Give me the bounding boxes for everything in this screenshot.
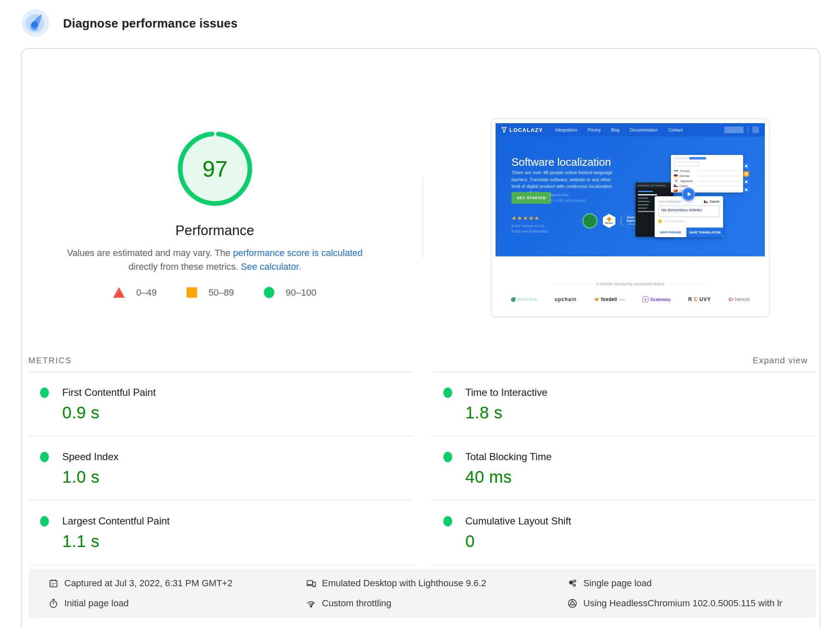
- pass-dot-icon: [40, 516, 49, 527]
- terminal-title: Command Line Interface: [638, 184, 665, 187]
- thumb-navbar: LOCALAZY Integrations Pricing Blog Docum…: [496, 123, 765, 137]
- thumb-nav-item: Contact: [668, 128, 683, 132]
- score-label: Performance: [22, 223, 408, 238]
- fail-triangle-icon: [113, 287, 125, 298]
- thumb-hero-title: Software localization: [511, 156, 611, 169]
- see-calculator-link[interactable]: See calculator.: [241, 261, 301, 272]
- capture-time: Captured at Jul 3, 2022, 6:31 PM GMT+2: [48, 577, 233, 590]
- browser-info: Using HeadlessChromium 102.0.5005.115 wi…: [567, 597, 782, 610]
- description-text-2: directly from these metrics.: [129, 261, 241, 272]
- green-award-badge: [582, 213, 597, 228]
- pass-dot-icon: [40, 387, 49, 398]
- legend-pass-range: 90–100: [286, 287, 316, 298]
- leaf-icon: [511, 297, 516, 302]
- save-translation-button: SAVE TRANSLATION: [686, 228, 723, 237]
- metric-value: 1.1 s: [62, 532, 413, 550]
- language-panel-tabs: [674, 157, 740, 160]
- metric-value: 0.9 s: [62, 404, 413, 421]
- thumb-rating-text: 5 star reviews on G2. Read user testimon…: [511, 223, 549, 234]
- pass-dot-icon: [443, 387, 452, 398]
- funnel-icon: [501, 127, 507, 133]
- legend-average: 50–89: [187, 287, 234, 298]
- calendar-icon: [48, 578, 58, 588]
- partner-logo-scaleway: S Scaleway: [643, 296, 671, 302]
- translation-input: Na domovskou stránku: [658, 205, 719, 217]
- partner-logo-reuvy: REUVY: [688, 296, 711, 302]
- thumb-cta-notes: Start for free No credit card required: [549, 192, 585, 203]
- legend-average-range: 50–89: [208, 287, 234, 298]
- translation-label: Your translation: [658, 200, 681, 203]
- score-legend: 0–49 50–89 90–100: [22, 287, 408, 298]
- metric-cumulative-layout-shift: Cumulative Layout Shift 0: [432, 500, 817, 565]
- legend-fail: 0–49: [113, 287, 157, 298]
- thumb-star-rating: ★★★★★: [511, 215, 540, 221]
- skip-phrase-button: SKIP PHRASE: [655, 228, 686, 237]
- stopwatch-icon: [48, 598, 58, 608]
- language-row: Czech: [674, 183, 740, 188]
- description-text: Values are estimated and may vary. The: [67, 248, 233, 258]
- thumb-brand-logo: LOCALAZY: [501, 127, 543, 133]
- thumb-get-started-button: GET STARTED: [511, 192, 551, 204]
- partner-logos: plastic bank upchain foxdeli .com S Scal…: [496, 296, 765, 302]
- average-square-icon: [187, 287, 197, 298]
- legend-pass: 90–100: [264, 287, 316, 298]
- metric-total-blocking-time: Total Blocking Time 40 ms: [432, 436, 817, 500]
- partners-caption-row: A solution favored by successful teams: [496, 281, 765, 286]
- czech-flag-icon: [704, 200, 708, 203]
- translation-language: Czech: [704, 200, 719, 203]
- partner-logo-hencol: C≡ hencol: [729, 296, 749, 302]
- fox-icon: [594, 297, 599, 301]
- page-title: Diagnose performance issues: [63, 17, 238, 30]
- language-row: Japanese: [674, 178, 740, 183]
- language-row: Finnish: [674, 168, 740, 173]
- expand-view-toggle[interactable]: Expand view: [753, 355, 808, 365]
- performance-score-section: 97 Performance Values are estimated and …: [22, 49, 408, 298]
- finland-flag-icon: [674, 169, 678, 172]
- play-button: [682, 187, 695, 201]
- thumb-nav-separator: [748, 126, 748, 134]
- legend-fail-range: 0–49: [136, 287, 157, 298]
- germany-flag-icon: [674, 175, 678, 177]
- partners-caption: A solution favored by successful teams: [596, 281, 665, 286]
- partner-logo-foxdeli: foxdeli .com: [594, 296, 625, 302]
- chromium-icon: [567, 598, 577, 608]
- page-load-mode: Initial page load: [48, 597, 129, 610]
- partner-logo-bank: plastic bank: [511, 297, 537, 302]
- throttling-mode: Custom throttling: [306, 597, 391, 610]
- column-divider: [423, 177, 423, 258]
- metric-first-contentful-paint: First Contentful Paint 0.9 s: [28, 372, 413, 436]
- china-flag-icon: [674, 190, 678, 192]
- partner-badge: Partner: [603, 214, 615, 228]
- translation-hint: First translation: [658, 219, 719, 223]
- pass-dot-icon: [443, 516, 452, 527]
- thumb-nav-item: Integrations: [555, 128, 577, 132]
- thumb-translation-card: Your translation Czech Na domovskou strá…: [655, 196, 723, 237]
- performance-score-link[interactable]: performance score is calculated: [233, 248, 363, 258]
- thumb-nav-button: [724, 127, 744, 133]
- score-gauge: 97: [22, 128, 408, 211]
- thumb-nav-square: [752, 127, 759, 133]
- metrics-caption: METRICS: [28, 356, 72, 365]
- pass-circle-icon: [264, 287, 274, 298]
- speed-gauge-icon: [20, 8, 51, 39]
- metric-value: 0: [466, 532, 817, 550]
- thumb-nav-item: Pricing: [588, 128, 601, 132]
- language-search-box: [674, 162, 699, 166]
- pass-dot-icon: [40, 452, 49, 462]
- japan-flag-icon: [674, 179, 678, 182]
- metric-value: 1.0 s: [62, 468, 413, 486]
- language-action-buttons: [744, 163, 749, 192]
- throttling-icon: [306, 598, 316, 608]
- thumb-language-panel: Finnish German Japanese Czech: [671, 155, 743, 192]
- metric-speed-index: Speed Index 1.0 s: [28, 436, 413, 500]
- metric-value: 1.8 s: [466, 404, 817, 421]
- final-screenshot-thumbnail: LOCALAZY Integrations Pricing Blog Docum…: [491, 119, 769, 317]
- load-type: Single page load: [567, 577, 652, 590]
- partner-logo-upchain: upchain: [554, 296, 577, 302]
- thumb-nav-item: Documentation: [630, 128, 658, 132]
- language-row: German: [674, 173, 740, 178]
- metrics-section: METRICS Expand view First Contentful Pai…: [22, 355, 820, 565]
- report-card: 97 Performance Values are estimated and …: [21, 48, 820, 628]
- score-value: 97: [202, 156, 227, 182]
- scaleway-icon: S: [643, 296, 648, 302]
